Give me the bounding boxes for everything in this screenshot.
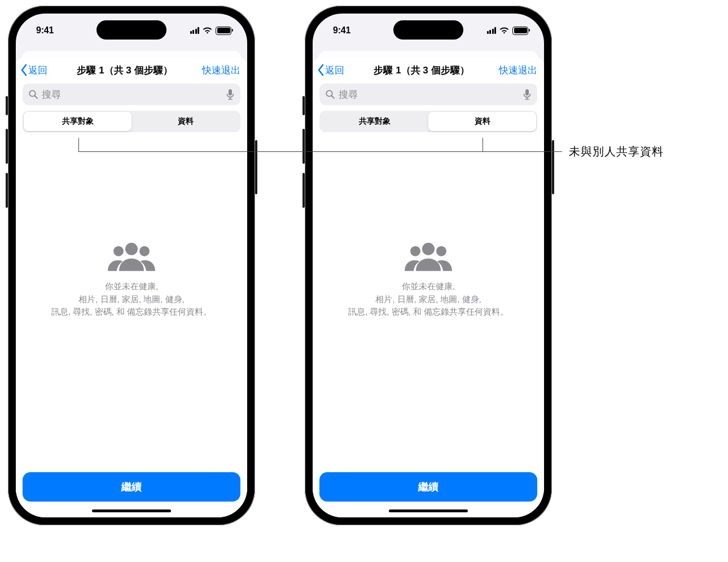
svg-line-1 (35, 96, 38, 99)
search-field[interactable]: 搜尋 (23, 84, 240, 105)
empty-line-3: 訊息, 尋找, 密碼, 和 備忘錄共享任何資料。 (335, 306, 521, 319)
chevron-left-icon (316, 64, 325, 76)
phone-frame-left: 9:41 返回 步驟 1（共 3 個步驟） (8, 6, 255, 525)
empty-line-1: 你並未在健康, (335, 280, 521, 293)
search-field[interactable]: 搜尋 (319, 84, 537, 105)
segmented-control: 共享對象 資料 (23, 111, 240, 132)
svg-point-13 (422, 243, 435, 255)
search-icon (325, 89, 335, 99)
quick-exit-button[interactable]: 快速退出 (202, 64, 240, 77)
back-label: 返回 (325, 64, 344, 77)
status-time: 9:41 (36, 25, 54, 36)
mic-icon[interactable] (523, 89, 532, 100)
continue-button[interactable]: 繼續 (319, 472, 537, 502)
cellular-icon (487, 27, 497, 34)
search-placeholder: 搜尋 (42, 88, 222, 101)
quick-exit-button[interactable]: 快速退出 (499, 64, 537, 77)
sheet: 返回 步驟 1（共 3 個步驟） 快速退出 搜尋 共享 (313, 58, 544, 517)
svg-rect-2 (229, 89, 232, 95)
status-time: 9:41 (333, 25, 350, 36)
nav-title: 步驟 1（共 3 個步驟） (374, 64, 469, 77)
nav-title: 步驟 1（共 3 個步驟） (77, 64, 172, 77)
side-button-silent[interactable] (302, 96, 305, 115)
continue-button[interactable]: 繼續 (23, 472, 240, 502)
battery-icon (512, 27, 528, 35)
sheet: 返回 步驟 1（共 3 個步驟） 快速退出 搜尋 共享 (16, 58, 247, 517)
tab-share-people[interactable]: 共享對象 (321, 112, 428, 131)
tab-share-people[interactable]: 共享對象 (24, 112, 131, 131)
battery-icon (216, 27, 231, 35)
phone-frame-right: 9:41 返回 步驟 1（共 3 個步驟） (305, 6, 552, 525)
wifi-icon (203, 27, 212, 34)
tab-share-info[interactable]: 資料 (131, 112, 239, 131)
svg-point-6 (113, 246, 124, 256)
side-button-volume-down[interactable] (302, 173, 305, 208)
callout-label: 未與別人共享資料 (569, 144, 664, 159)
side-button-power[interactable] (255, 140, 257, 194)
segmented-control: 共享對象 資料 (319, 111, 537, 132)
empty-line-1: 你並未在健康, (38, 280, 225, 293)
chevron-left-icon (19, 64, 28, 76)
side-button-power[interactable] (552, 140, 554, 194)
back-button[interactable]: 返回 (315, 64, 344, 77)
status-bar: 9:41 (313, 14, 544, 44)
empty-line-3: 訊息, 尋找, 密碼, 和 備忘錄共享任何資料。 (38, 306, 225, 319)
mic-icon[interactable] (226, 89, 235, 100)
search-icon (28, 89, 38, 99)
home-indicator[interactable] (92, 509, 171, 512)
empty-state: 你並未在健康, 相片, 日曆, 家居, 地圖, 健身, 訊息, 尋找, 密碼, … (16, 242, 247, 319)
callout-line (483, 138, 483, 151)
svg-point-5 (125, 243, 138, 255)
back-button[interactable]: 返回 (18, 64, 47, 77)
empty-line-2: 相片, 日曆, 家居, 地圖, 健身, (335, 293, 521, 306)
svg-point-7 (139, 246, 150, 256)
svg-line-9 (332, 96, 335, 99)
back-label: 返回 (28, 64, 47, 77)
svg-rect-10 (525, 89, 529, 95)
people-group-icon (405, 242, 452, 272)
status-bar: 9:41 (16, 14, 247, 44)
empty-state: 你並未在健康, 相片, 日曆, 家居, 地圖, 健身, 訊息, 尋找, 密碼, … (313, 242, 544, 319)
nav-bar: 返回 步驟 1（共 3 個步驟） 快速退出 (16, 58, 247, 82)
people-group-icon (108, 242, 155, 272)
callout-line (78, 151, 562, 152)
empty-line-2: 相片, 日曆, 家居, 地圖, 健身, (38, 293, 225, 306)
callout-line (78, 138, 79, 151)
nav-bar: 返回 步驟 1（共 3 個步驟） 快速退出 (313, 58, 544, 82)
search-placeholder: 搜尋 (339, 88, 519, 101)
svg-point-14 (410, 246, 420, 256)
screen: 9:41 返回 步驟 1（共 3 個步驟） (16, 14, 247, 517)
screen: 9:41 返回 步驟 1（共 3 個步驟） (313, 14, 544, 517)
wifi-icon (499, 27, 509, 34)
side-button-volume-down[interactable] (6, 173, 8, 208)
side-button-silent[interactable] (6, 96, 8, 115)
cellular-icon (190, 27, 200, 34)
tab-share-info[interactable]: 資料 (428, 112, 536, 131)
side-button-volume-up[interactable] (6, 129, 8, 164)
home-indicator[interactable] (389, 509, 468, 512)
side-button-volume-up[interactable] (302, 129, 305, 164)
svg-point-15 (436, 246, 446, 256)
